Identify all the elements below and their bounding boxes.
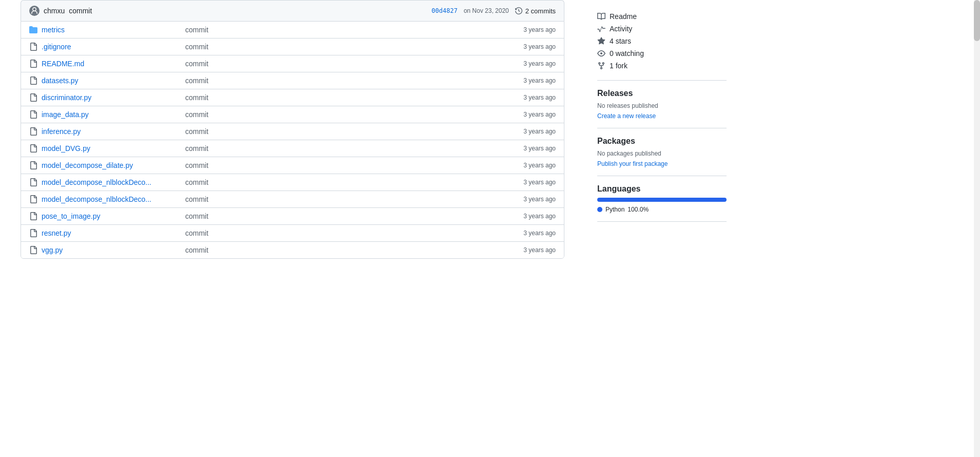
file-name[interactable]: datasets.py (42, 77, 185, 85)
commit-header: chmxu commit 00d4827 on Nov 23, 2020 2 c… (21, 0, 564, 21)
table-row: model_decompose_dilate.py commit 3 years… (21, 157, 564, 174)
file-name[interactable]: model_decompose_nlblockDeco... (42, 195, 185, 203)
sidebar-releases-section: Releases No releases published Create a … (597, 81, 727, 128)
publish-package-link[interactable]: Publish your first package (597, 160, 668, 167)
file-icon (29, 77, 37, 85)
file-age: 3 years ago (484, 77, 556, 84)
scrollbar-thumb[interactable] (974, 0, 980, 41)
file-age: 3 years ago (484, 43, 556, 50)
file-name[interactable]: model_decompose_dilate.py (42, 161, 185, 169)
file-name[interactable]: .gitignore (42, 43, 185, 51)
file-icon (29, 178, 37, 186)
folder-icon (29, 26, 37, 34)
file-icon (29, 110, 37, 119)
file-table: metrics commit 3 years ago .gitignore co… (21, 21, 564, 259)
table-row: image_data.py commit 3 years ago (21, 106, 564, 123)
sidebar-languages-section: Languages Python 100.0% (597, 176, 727, 222)
commit-message: commit (185, 26, 484, 34)
table-row: model_decompose_nlblockDeco... commit 3 … (21, 191, 564, 208)
sidebar-packages-section: Packages No packages published Publish y… (597, 128, 727, 176)
activity-icon (597, 25, 605, 33)
sidebar: Readme Activity 4 stars 0 watching 1 for… (585, 0, 737, 457)
table-row: pose_to_image.py commit 3 years ago (21, 208, 564, 225)
fork-icon (597, 62, 605, 70)
sidebar-item-activity[interactable]: Activity (597, 23, 727, 35)
file-age: 3 years ago (484, 128, 556, 135)
table-row: inference.py commit 3 years ago (21, 123, 564, 140)
file-name[interactable]: model_DVG.py (42, 144, 185, 153)
file-icon (29, 127, 37, 136)
file-name[interactable]: discriminator.py (42, 93, 185, 102)
commit-date: on Nov 23, 2020 (464, 7, 509, 14)
language-dot (597, 207, 602, 212)
readme-label: Readme (610, 12, 637, 21)
file-icon (29, 246, 37, 254)
file-name[interactable]: resnet.py (42, 229, 185, 237)
file-icon (29, 195, 37, 203)
table-row: datasets.py commit 3 years ago (21, 72, 564, 89)
file-age: 3 years ago (484, 60, 556, 67)
sidebar-item-forks[interactable]: 1 fork (597, 60, 727, 72)
commits-link[interactable]: 2 commits (515, 7, 556, 15)
file-name[interactable]: vgg.py (42, 246, 185, 254)
file-age: 3 years ago (484, 213, 556, 220)
sidebar-item-watching[interactable]: 0 watching (597, 47, 727, 60)
table-row: discriminator.py commit 3 years ago (21, 89, 564, 106)
sidebar-item-readme[interactable]: Readme (597, 10, 727, 23)
forks-label: 1 fork (610, 62, 628, 70)
file-age: 3 years ago (484, 179, 556, 186)
no-packages-text: No packages published (597, 150, 727, 157)
commit-message: commit (185, 77, 484, 85)
commit-message: commit (185, 246, 484, 254)
commit-message: commit (185, 161, 484, 169)
file-icon (29, 43, 37, 51)
file-icon (29, 212, 37, 220)
file-age: 3 years ago (484, 196, 556, 203)
file-icon (29, 60, 37, 68)
table-row: .gitignore commit 3 years ago (21, 39, 564, 55)
table-row: vgg.py commit 3 years ago (21, 242, 564, 258)
file-name[interactable]: inference.py (42, 127, 185, 136)
file-age: 3 years ago (484, 145, 556, 152)
language-percent: 100.0% (628, 206, 649, 213)
file-age: 3 years ago (484, 246, 556, 254)
languages-title: Languages (597, 184, 727, 194)
language-name: Python (605, 206, 624, 213)
create-release-link[interactable]: Create a new release (597, 112, 656, 120)
releases-title: Releases (597, 89, 727, 98)
file-name[interactable]: metrics (42, 26, 185, 34)
table-row: README.md commit 3 years ago (21, 55, 564, 72)
file-icon (29, 161, 37, 169)
file-name[interactable]: README.md (42, 60, 185, 68)
watching-label: 0 watching (610, 49, 644, 58)
table-row: model_decompose_nlblockDeco... commit 3 … (21, 174, 564, 191)
commit-message: commit (185, 144, 484, 153)
commit-message: commit (185, 93, 484, 102)
file-age: 3 years ago (484, 162, 556, 169)
activity-label: Activity (610, 25, 632, 33)
stars-label: 4 stars (610, 37, 631, 45)
sidebar-item-stars[interactable]: 4 stars (597, 35, 727, 47)
packages-title: Packages (597, 137, 727, 146)
file-icon (29, 229, 37, 237)
language-bar (597, 198, 727, 202)
file-name[interactable]: pose_to_image.py (42, 212, 185, 220)
no-releases-text: No releases published (597, 102, 727, 109)
eye-icon (597, 49, 605, 58)
commit-author-info: chmxu commit (29, 6, 92, 16)
table-row: resnet.py commit 3 years ago (21, 225, 564, 242)
commit-hash[interactable]: 00d4827 (432, 7, 458, 14)
commit-message: commit (185, 60, 484, 68)
book-icon (597, 12, 605, 21)
commit-action: commit (69, 7, 92, 15)
commit-message: commit (185, 195, 484, 203)
commits-count: 2 commits (525, 7, 556, 15)
language-item: Python 100.0% (597, 206, 727, 213)
file-age: 3 years ago (484, 26, 556, 33)
scrollbar[interactable] (974, 0, 980, 457)
file-name[interactable]: image_data.py (42, 110, 185, 119)
file-name[interactable]: model_decompose_nlblockDeco... (42, 178, 185, 186)
commit-meta: 00d4827 on Nov 23, 2020 2 commits (432, 7, 556, 15)
file-age: 3 years ago (484, 94, 556, 101)
file-icon (29, 93, 37, 102)
